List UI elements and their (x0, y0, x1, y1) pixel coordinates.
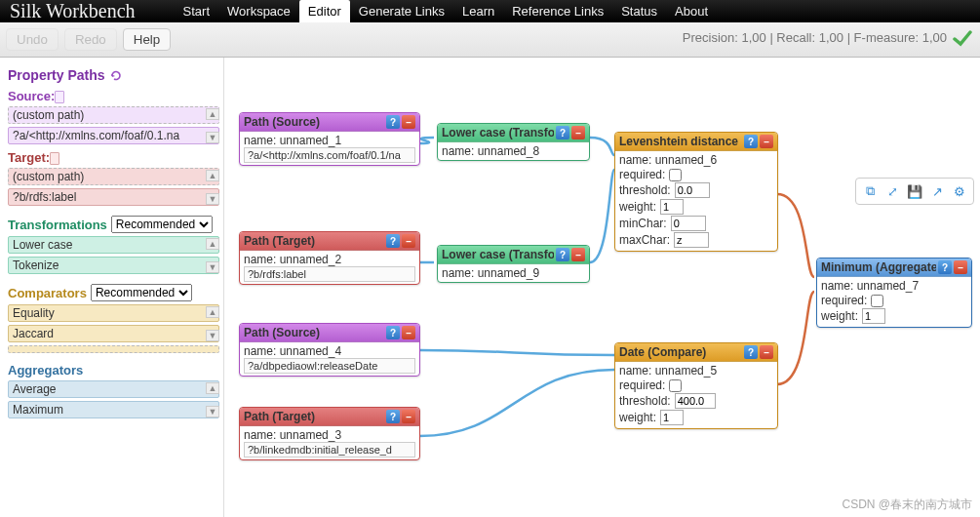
required-label: required: (619, 378, 665, 392)
node-title: Path (Source) (244, 115, 384, 129)
close-icon[interactable]: – (760, 345, 773, 359)
redo-button[interactable]: Redo (64, 28, 117, 51)
aggregator-item-maximum[interactable]: Maximum (8, 401, 219, 418)
maxchar-label: maxChar: (619, 233, 670, 247)
scroll-down-icon[interactable]: ▼ (206, 193, 219, 205)
scroll-up-icon[interactable]: ▲ (206, 306, 219, 318)
tab-status[interactable]: Status (612, 0, 666, 22)
node-name: name: unnamed_6 (619, 153, 773, 167)
node-path-source-1[interactable]: Path (Source)?– name: unnamed_1?a/<http:… (239, 112, 420, 166)
node-path-target-2[interactable]: Path (Target)?– name: unnamed_3?b/linked… (239, 407, 420, 460)
close-icon[interactable]: – (954, 260, 967, 274)
help-icon[interactable]: ? (386, 326, 400, 339)
path-value[interactable]: ?a/<http://xmlns.com/foaf/0.1/na (244, 147, 415, 163)
required-checkbox[interactable] (669, 169, 682, 181)
required-checkbox[interactable] (871, 295, 883, 307)
weight-label: weight: (821, 309, 858, 323)
comparator-item-more[interactable] (8, 345, 219, 353)
close-icon[interactable]: – (402, 115, 415, 129)
close-icon[interactable]: – (760, 135, 773, 148)
path-value[interactable]: ?b/linkedmdb:initial_release_d (244, 442, 415, 457)
node-title: Path (Target) (244, 410, 384, 423)
scroll-up-icon[interactable]: ▲ (206, 382, 219, 394)
save-icon[interactable]: 💾 (906, 182, 923, 200)
scroll-down-icon[interactable]: ▼ (206, 406, 219, 418)
editor-canvas[interactable]: Path (Source)?– name: unnamed_1?a/<http:… (224, 58, 980, 517)
weight-input[interactable] (862, 308, 885, 324)
source-path-custom[interactable]: (custom path) (8, 106, 219, 124)
threshold-input[interactable] (675, 182, 710, 198)
required-checkbox[interactable] (669, 379, 682, 392)
transform-item-tokenize[interactable]: Tokenize (8, 257, 219, 274)
close-icon[interactable]: – (402, 234, 415, 248)
help-icon[interactable]: ? (386, 115, 400, 129)
comparator-item-jaccard[interactable]: Jaccard (8, 325, 219, 342)
help-icon[interactable]: ? (556, 248, 569, 261)
node-title: Lower case (Transfo (442, 126, 554, 139)
weight-label: weight: (619, 200, 656, 214)
node-aggregate-minimum[interactable]: Minimum (Aggregate)?– name: unnamed_7 re… (816, 258, 972, 328)
scroll-up-icon[interactable]: ▲ (206, 108, 219, 120)
help-icon[interactable]: ? (744, 135, 758, 148)
watermark: CSDN @春末的南方城市 (842, 497, 972, 513)
scroll-down-icon[interactable]: ▼ (206, 330, 219, 341)
metrics-text: Precision: 1,00 | Recall: 1,00 | F-measu… (683, 30, 947, 45)
node-compare-levenshtein[interactable]: Levenshtein distance?– name: unnamed_6 r… (614, 132, 778, 252)
comparators-select[interactable]: Recommended (91, 284, 192, 301)
refresh-icon[interactable] (109, 69, 123, 81)
comparator-item-equality[interactable]: Equality (8, 304, 219, 322)
source-label: Source: (8, 89, 55, 103)
tab-workspace[interactable]: Workspace (218, 0, 299, 22)
node-compare-date[interactable]: Date (Compare)?– name: unnamed_5 require… (614, 342, 778, 429)
path-value[interactable]: ?b/rdfs:label (244, 266, 415, 282)
node-transform-lowercase-1[interactable]: Lower case (Transfo?– name: unnamed_8 (437, 123, 590, 161)
tab-editor[interactable]: Editor (299, 0, 350, 22)
fullscreen-icon[interactable]: ⤢ (883, 182, 901, 200)
help-icon[interactable]: ? (386, 234, 400, 248)
scroll-up-icon[interactable]: ▲ (206, 238, 219, 250)
scroll-up-icon[interactable]: ▲ (206, 170, 219, 181)
weight-input[interactable] (660, 410, 684, 425)
close-icon[interactable]: – (571, 248, 585, 261)
tab-learn[interactable]: Learn (453, 0, 503, 22)
copy-icon[interactable]: ⧉ (861, 182, 879, 200)
transform-item-lowercase[interactable]: Lower case (8, 236, 219, 254)
close-icon[interactable]: – (402, 410, 415, 423)
help-button[interactable]: Help (123, 28, 171, 51)
help-icon[interactable]: ? (386, 410, 400, 423)
scroll-down-icon[interactable]: ▼ (206, 261, 219, 273)
target-filter-input[interactable] (50, 152, 59, 165)
comparators-header: Comparators Recommended (8, 284, 219, 301)
help-icon[interactable]: ? (556, 126, 569, 139)
minchar-label: minChar: (619, 217, 667, 230)
canvas-toolbar: ⧉ ⤢ 💾 ↗ ⚙ (855, 178, 974, 205)
help-icon[interactable]: ? (938, 260, 952, 274)
node-path-target-1[interactable]: Path (Target)?– name: unnamed_2?b/rdfs:l… (239, 231, 420, 285)
node-transform-lowercase-2[interactable]: Lower case (Transfo?– name: unnamed_9 (437, 245, 590, 283)
weight-input[interactable] (660, 199, 684, 215)
source-path-item[interactable]: ?a/<http://xmlns.com/foaf/0.1.na (8, 127, 219, 144)
target-path-custom[interactable]: (custom path) (8, 168, 219, 185)
property-paths-header: Property Paths (8, 67, 219, 83)
transformations-select[interactable]: Recommended (111, 216, 213, 233)
target-path-item[interactable]: ?b/rdfs:label (8, 188, 219, 206)
minchar-input[interactable] (671, 216, 706, 231)
aggregator-item-average[interactable]: Average (8, 380, 219, 398)
path-value[interactable]: ?a/dbpediaowl:releaseDate (244, 358, 415, 374)
tab-reference-links[interactable]: Reference Links (503, 0, 612, 22)
export-icon[interactable]: ↗ (928, 182, 946, 200)
node-path-source-2[interactable]: Path (Source)?– name: unnamed_4?a/dbpedi… (239, 323, 420, 377)
settings-icon[interactable]: ⚙ (951, 182, 968, 200)
undo-button[interactable]: Undo (6, 28, 59, 51)
tab-start[interactable]: Start (175, 0, 218, 22)
close-icon[interactable]: – (402, 326, 415, 339)
tab-about[interactable]: About (666, 0, 717, 22)
threshold-input[interactable] (675, 393, 716, 409)
tab-generate-links[interactable]: Generate Links (350, 0, 453, 22)
source-filter-input[interactable] (55, 91, 64, 103)
close-icon[interactable]: – (571, 126, 585, 139)
scroll-down-icon[interactable]: ▼ (206, 132, 219, 143)
maxchar-input[interactable] (674, 232, 709, 248)
help-icon[interactable]: ? (744, 345, 758, 359)
target-label: Target: (8, 150, 50, 165)
